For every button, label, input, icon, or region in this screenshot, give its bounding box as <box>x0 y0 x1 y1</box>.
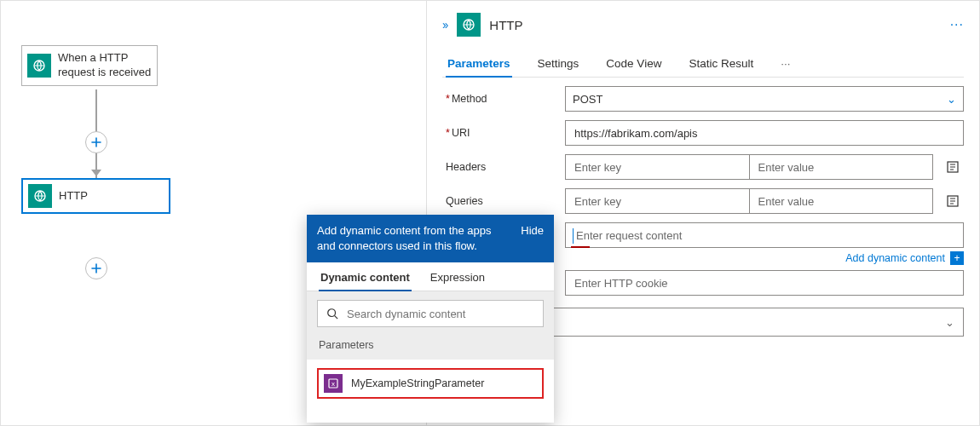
tab-parameters[interactable]: Parameters <box>446 50 512 77</box>
chevron-down-icon: ⌄ <box>947 93 956 106</box>
popover-hide-link[interactable]: Hide <box>521 223 544 254</box>
popover-search-wrap <box>307 291 554 336</box>
popover-tabs: Dynamic content Expression <box>307 262 554 291</box>
headers-key-input[interactable] <box>573 160 742 175</box>
label-uri: *URI <box>446 127 565 139</box>
add-step-button-2[interactable] <box>85 257 107 279</box>
panel-header: ›› HTTP ··· <box>442 9 964 40</box>
tab-code-view[interactable]: Code View <box>604 50 663 77</box>
cookie-input[interactable] <box>573 271 956 295</box>
action-node-label: HTTP <box>59 189 88 204</box>
tab-settings[interactable]: Settings <box>536 50 581 77</box>
add-step-button[interactable] <box>85 131 107 153</box>
popover-banner-text: Add dynamic content from the apps and co… <box>317 223 512 254</box>
queries-value-input[interactable] <box>757 194 926 209</box>
headers-value-wrap <box>750 154 934 180</box>
headers-value-input[interactable] <box>757 160 926 175</box>
row-method: *Method POST ⌄ <box>446 86 964 112</box>
text-cursor <box>573 228 574 244</box>
label-method: *Method <box>446 93 565 105</box>
popover-banner: Add dynamic content from the apps and co… <box>307 215 554 262</box>
panel-tabs: Parameters Settings Code View Static Res… <box>442 50 964 78</box>
headers-key-wrap <box>565 154 750 180</box>
http-icon <box>28 184 52 208</box>
method-value: POST <box>573 93 602 106</box>
trigger-node[interactable]: When a HTTP request is received <box>21 45 158 86</box>
add-dynamic-content-label: Add dynamic content <box>845 252 945 264</box>
queries-key-input[interactable] <box>573 194 742 209</box>
popover-section-title: Parameters <box>307 336 554 360</box>
http-request-icon <box>27 54 51 78</box>
parameter-icon: x <box>324 374 343 393</box>
queries-key-wrap <box>565 188 750 214</box>
popover-search <box>317 300 544 327</box>
row-queries: Queries <box>446 188 964 214</box>
popover-search-input[interactable] <box>345 307 534 321</box>
label-queries: Queries <box>446 195 565 207</box>
http-icon <box>457 13 481 37</box>
body-input[interactable] <box>573 223 956 247</box>
svg-text:x: x <box>331 380 335 388</box>
tab-static-result[interactable]: Static Result <box>687 50 755 77</box>
row-headers: Headers <box>446 154 964 180</box>
popover-item-parameter[interactable]: x MyExampleStringParameter <box>317 368 544 399</box>
action-node-selected[interactable]: HTTP <box>21 178 170 214</box>
method-select[interactable]: POST ⌄ <box>565 86 964 112</box>
label-headers: Headers <box>446 161 565 173</box>
connector-arrowhead <box>91 170 101 176</box>
svg-point-5 <box>328 309 336 317</box>
popover-tab-expression[interactable]: Expression <box>429 262 487 291</box>
search-icon <box>326 308 338 320</box>
plus-icon: + <box>950 251 964 265</box>
uri-input[interactable] <box>573 121 956 145</box>
queries-text-mode-icon[interactable] <box>942 188 964 214</box>
panel-menu-icon[interactable]: ··· <box>950 17 964 32</box>
cookie-input-wrap <box>565 270 964 296</box>
popover-tab-dynamic[interactable]: Dynamic content <box>319 262 412 291</box>
headers-kv <box>565 154 933 180</box>
uri-input-wrap <box>565 120 964 146</box>
dynamic-content-popover: Add dynamic content from the apps and co… <box>307 215 554 423</box>
panel-title: HTTP <box>489 18 522 32</box>
popover-item-label: MyExampleStringParameter <box>351 377 484 389</box>
app-root: When a HTTP request is received HTTP ›› <box>0 0 980 426</box>
queries-kv <box>565 188 933 214</box>
headers-text-mode-icon[interactable] <box>942 154 964 180</box>
queries-value-wrap <box>750 188 934 214</box>
body-input-wrap <box>565 222 964 248</box>
validation-underline <box>571 246 590 248</box>
chevron-down-icon: ⌄ <box>945 316 954 329</box>
tab-overflow[interactable]: ··· <box>779 50 792 77</box>
collapse-panel-icon[interactable]: ›› <box>442 18 447 32</box>
row-uri: *URI <box>446 120 964 146</box>
trigger-node-label: When a HTTP request is received <box>58 51 157 80</box>
